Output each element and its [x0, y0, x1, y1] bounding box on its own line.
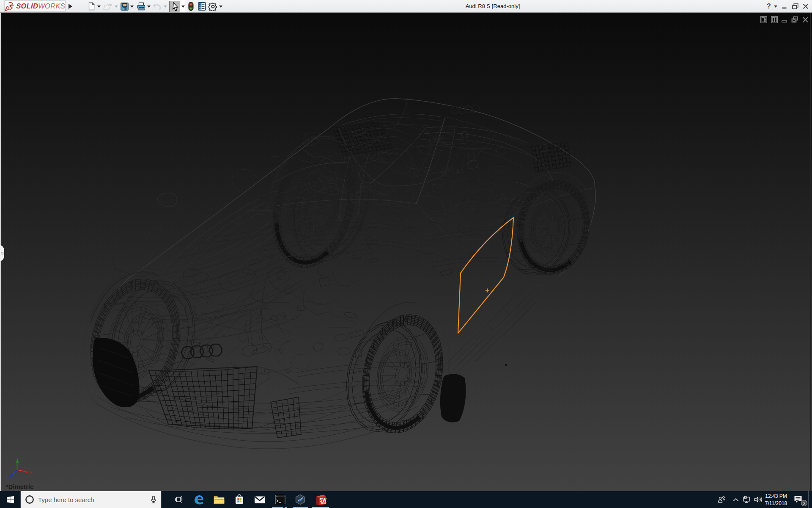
- select-dropdown[interactable]: [180, 1, 186, 12]
- doc-pane-left-button[interactable]: [760, 16, 767, 25]
- taskbar-store-button[interactable]: [229, 491, 250, 508]
- taskbar-file-explorer-button[interactable]: [209, 491, 229, 508]
- dropdown-caret-icon[interactable]: [147, 6, 151, 8]
- action-center-button[interactable]: 2: [789, 491, 808, 508]
- taskbar-composer-button[interactable]: [290, 491, 310, 508]
- featuremanager-tab[interactable]: [0, 245, 5, 262]
- window-restore-button[interactable]: [792, 1, 798, 12]
- new-document-button[interactable]: [88, 1, 96, 12]
- store-icon[interactable]: [234, 494, 244, 505]
- search-box[interactable]: [20, 491, 162, 508]
- select-button[interactable]: [169, 1, 186, 12]
- close-icon[interactable]: [803, 3, 809, 9]
- tray-people-button[interactable]: [716, 491, 727, 508]
- featuremanager-collapsed-tab[interactable]: [0, 245, 5, 262]
- dropdown-caret-icon[interactable]: [774, 6, 777, 8]
- triad-y-label: Y: [16, 451, 18, 456]
- doc-restore-icon[interactable]: [791, 16, 798, 23]
- dropdown-caret-icon[interactable]: [219, 6, 222, 8]
- window-title: Audi R8 S [Read-only]: [381, 0, 605, 13]
- restore-icon[interactable]: [792, 3, 798, 9]
- task-view-icon[interactable]: [175, 496, 183, 503]
- doc-minimize-icon[interactable]: [782, 16, 787, 23]
- save-button[interactable]: [121, 1, 129, 12]
- taskbar-task-view-button[interactable]: [168, 491, 189, 508]
- undo-icon[interactable]: [152, 3, 162, 10]
- start-icon[interactable]: [7, 496, 14, 503]
- print-button[interactable]: [137, 1, 145, 12]
- hidden-icons-chevron-icon[interactable]: [733, 498, 739, 502]
- selection-filter-button[interactable]: [188, 1, 194, 12]
- microphone-icon[interactable]: [150, 496, 157, 503]
- show-desktop-button[interactable]: [808, 491, 812, 508]
- options-list-icon[interactable]: [198, 2, 206, 11]
- open-icon[interactable]: [103, 2, 113, 11]
- brand-light: WORKS: [38, 2, 65, 10]
- view-orientation-label: *Dimetric: [6, 483, 33, 490]
- people-icon[interactable]: [717, 496, 726, 503]
- tray-network-button[interactable]: [741, 491, 752, 508]
- save-icon[interactable]: [121, 3, 129, 11]
- save-dropdown[interactable]: [130, 1, 134, 12]
- doc-pane-left-icon[interactable]: [760, 16, 767, 23]
- tray-volume-button[interactable]: [752, 491, 763, 508]
- doc-restore-button[interactable]: [791, 16, 798, 25]
- composer-icon[interactable]: [295, 494, 306, 505]
- triad-x-label: X: [30, 470, 33, 475]
- dropdown-caret-icon[interactable]: [115, 6, 118, 8]
- settings-dropdown[interactable]: [219, 1, 222, 12]
- taskbar-edge-button[interactable]: [189, 491, 209, 508]
- title-bar: SOLIDWORKS Audi R8 S [Read-only] ?: [0, 0, 812, 13]
- help-icon[interactable]: ?: [767, 3, 771, 10]
- notification-badge: 2: [801, 500, 807, 506]
- minimize-icon[interactable]: [782, 4, 787, 9]
- start-button[interactable]: [0, 491, 20, 508]
- taskbar-solidworks-button[interactable]: SW2017: [310, 491, 331, 508]
- help-button[interactable]: ?: [765, 1, 772, 12]
- window-close-button[interactable]: [802, 1, 809, 12]
- doc-close-button[interactable]: [802, 16, 809, 25]
- print-dropdown[interactable]: [147, 1, 151, 12]
- window-minimize-button[interactable]: [781, 1, 788, 12]
- tray-clock[interactable]: 12:43 PM 7/11/2018: [763, 492, 789, 506]
- new-document-icon[interactable]: [88, 2, 96, 11]
- edge-icon[interactable]: [193, 494, 204, 505]
- doc-close-icon[interactable]: [802, 16, 809, 23]
- undo-dropdown[interactable]: [164, 1, 167, 12]
- settings-button[interactable]: [208, 1, 217, 12]
- doc-pane-right-button[interactable]: [771, 16, 778, 25]
- selection-filter-icon[interactable]: [188, 2, 194, 11]
- dropdown-caret-icon[interactable]: [97, 6, 101, 8]
- wireframe-car-model[interactable]: [0, 0, 812, 508]
- help-dropdown[interactable]: [774, 1, 777, 12]
- mail-icon[interactable]: [254, 495, 265, 504]
- file-explorer-icon[interactable]: [214, 495, 225, 504]
- open-button[interactable]: [103, 1, 113, 12]
- cmd-title-text: C:\: [276, 496, 278, 497]
- dropdown-caret-icon[interactable]: [130, 6, 134, 8]
- dropdown-caret-icon[interactable]: [181, 6, 185, 8]
- cortana-icon[interactable]: [25, 495, 34, 504]
- taskbar-mail-button[interactable]: [250, 491, 270, 508]
- doc-minimize-button[interactable]: [782, 16, 787, 25]
- solidworks-2017-icon[interactable]: SW2017: [315, 494, 326, 505]
- command-prompt-icon[interactable]: C:\: [275, 494, 285, 505]
- volume-icon[interactable]: [754, 496, 762, 503]
- options-list-button[interactable]: [198, 1, 206, 12]
- doc-pane-right-icon[interactable]: [771, 16, 778, 23]
- network-icon[interactable]: [743, 496, 751, 503]
- menu-flyout-arrow[interactable]: [67, 2, 74, 11]
- selected-face-highlight[interactable]: [458, 218, 513, 366]
- undo-button[interactable]: [152, 1, 162, 12]
- settings-gear-icon[interactable]: [208, 2, 217, 11]
- solidworks-logo[interactable]: SOLIDWORKS: [4, 0, 66, 12]
- print-icon[interactable]: [137, 2, 145, 11]
- dropdown-caret-icon[interactable]: [164, 6, 167, 8]
- tray-hidden-icons-button[interactable]: [730, 491, 741, 508]
- new-document-dropdown[interactable]: [97, 1, 101, 12]
- solidworks-logo-icon: [5, 0, 15, 12]
- open-dropdown[interactable]: [115, 1, 118, 12]
- search-input[interactable]: [38, 496, 140, 503]
- taskbar-command-prompt-button[interactable]: C:\: [270, 491, 290, 508]
- solidworks-window: SOLIDWORKS Audi R8 S [Read-only] ?: [0, 0, 812, 508]
